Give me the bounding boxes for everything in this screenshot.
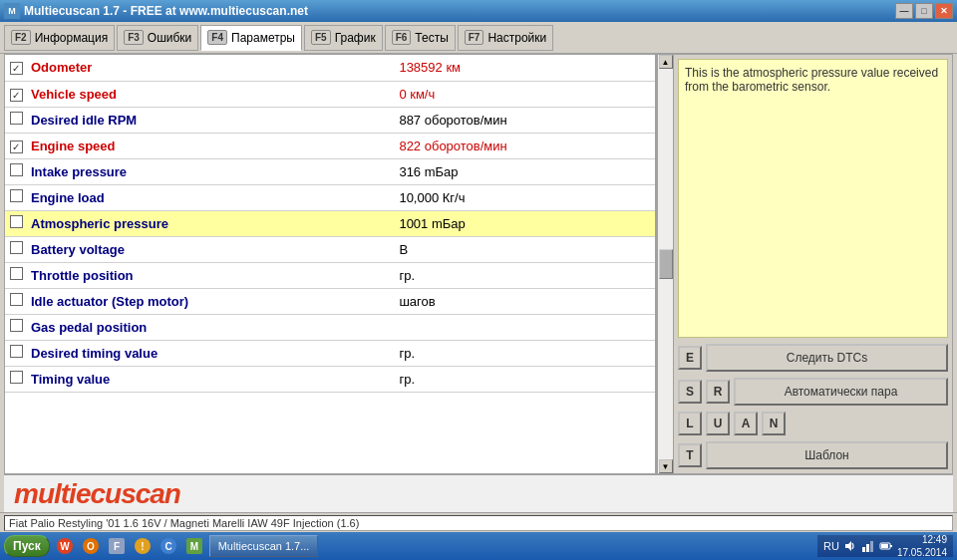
key-r-button[interactable]: R [706, 380, 730, 404]
param-checkbox[interactable] [10, 319, 23, 332]
param-name-cell: Gas pedal position [27, 314, 391, 340]
scroll-up-arrow[interactable]: ▲ [659, 55, 673, 69]
param-value-cell [391, 314, 655, 340]
param-checkbox[interactable] [10, 112, 23, 125]
logo-prefix: multi [14, 478, 76, 509]
logo-area: multiecuscan [4, 474, 953, 512]
battery-icon [879, 539, 893, 553]
tab-график[interactable]: F5График [304, 25, 383, 51]
param-checkbox[interactable] [10, 163, 23, 176]
key-n-button[interactable]: N [762, 412, 786, 435]
taskbar-icon-4[interactable]: ! [132, 535, 154, 557]
key-s-button[interactable]: S [678, 380, 702, 404]
volume-icon[interactable] [843, 539, 857, 553]
start-button[interactable]: Пуск [4, 535, 50, 557]
taskbar-icon-6[interactable]: M [183, 535, 205, 557]
param-name-cell: Intake pressure [27, 158, 391, 184]
table-row[interactable]: Engine load10,000 Кг/ч [5, 184, 655, 210]
fkey-label: F7 [465, 30, 484, 45]
table-row[interactable]: Idle actuator (Step motor)шагов [5, 288, 655, 314]
scrollbar[interactable]: ▲ ▼ [657, 55, 673, 473]
param-name-cell: Desired idle RPM [27, 107, 391, 133]
minimize-button[interactable]: — [895, 3, 913, 19]
param-checkbox[interactable] [10, 215, 23, 228]
key-e-button[interactable]: E [678, 346, 702, 370]
language-indicator: RU [823, 540, 839, 552]
tab-label: Тесты [415, 31, 448, 45]
table-row[interactable]: Atmospheric pressure1001 mБар [5, 210, 655, 236]
param-checkbox[interactable] [10, 140, 23, 153]
table-row[interactable]: Timing valueгр. [5, 366, 655, 392]
menu-bar: F2ИнформацияF3ОшибкиF4ПараметрыF5ГрафикF… [0, 22, 957, 54]
param-checkbox[interactable] [10, 189, 23, 202]
key-u-button[interactable]: U [706, 412, 730, 435]
right-panel: This is the atmospheric pressure value r… [673, 55, 952, 473]
param-name-cell: Desired timing value [27, 340, 391, 366]
key-l-button[interactable]: L [678, 412, 702, 435]
table-row[interactable]: Engine speed822 оборотов/мин [5, 133, 655, 158]
tab-настройки[interactable]: F7Настройки [458, 25, 554, 51]
fkey-label: F3 [124, 30, 144, 45]
param-checkbox[interactable] [10, 62, 23, 75]
taskbar-icon-2[interactable]: O [80, 535, 102, 557]
params-table: Odometer138592 кмVehicle speed0 км/чDesi… [5, 55, 657, 473]
key-t-button[interactable]: T [678, 443, 702, 467]
param-value-cell: гр. [391, 366, 655, 392]
table-row[interactable]: Desired idle RPM887 оборотов/мин [5, 107, 655, 133]
info-box: This is the atmospheric pressure value r… [678, 59, 948, 338]
param-value-cell: 1001 mБар [391, 210, 655, 236]
param-checkbox[interactable] [10, 89, 23, 102]
title-text: Multiecuscan 1.7 - FREE at www.multiecus… [24, 4, 308, 18]
key-a-button[interactable]: A [734, 412, 758, 435]
param-checkbox[interactable] [10, 293, 23, 306]
table-row[interactable]: Throttle positionгр. [5, 262, 655, 288]
tab-label: Информация [35, 31, 108, 45]
svg-rect-14 [870, 541, 873, 552]
param-value-cell: гр. [391, 340, 655, 366]
track-dtcs-button[interactable]: Следить DTCs [706, 344, 948, 372]
table-row[interactable]: Intake pressure316 mБар [5, 158, 655, 184]
table-row[interactable]: Gas pedal position [5, 314, 655, 340]
fkey-label: F5 [311, 30, 331, 45]
app-taskbar-button[interactable]: Multiecuscan 1.7... [209, 535, 319, 557]
param-name-cell: Engine load [27, 184, 391, 210]
date: 17.05.2014 [897, 546, 947, 559]
taskbar-icon-5[interactable]: C [158, 535, 179, 557]
taskbar-icon-1[interactable]: W [54, 535, 76, 557]
param-checkbox[interactable] [10, 241, 23, 254]
close-button[interactable]: ✕ [935, 3, 953, 19]
logo-suffix: cuscan [90, 478, 180, 509]
param-checkbox[interactable] [10, 345, 23, 358]
table-row[interactable]: Odometer138592 км [5, 55, 655, 81]
tab-label: График [335, 31, 376, 45]
table-row[interactable]: Vehicle speed0 км/ч [5, 81, 655, 107]
tab-label: Параметры [231, 31, 295, 45]
scroll-down-arrow[interactable]: ▼ [659, 459, 673, 473]
table-row[interactable]: Battery voltageВ [5, 236, 655, 262]
track-dtcs-row: E Следить DTCs [678, 344, 948, 372]
svg-text:O: O [87, 541, 95, 552]
tab-информация[interactable]: F2Информация [4, 25, 115, 51]
param-checkbox[interactable] [10, 371, 23, 384]
svg-rect-12 [862, 547, 865, 552]
clock: 12:49 17.05.2014 [897, 533, 947, 559]
table-row[interactable]: Desired timing valueгр. [5, 340, 655, 366]
fkey-label: F6 [392, 30, 412, 45]
fkey-label: F2 [11, 30, 31, 45]
svg-text:!: ! [141, 541, 144, 552]
main-content: Odometer138592 кмVehicle speed0 км/чDesi… [4, 54, 953, 474]
template-row: T Шаблон [678, 441, 948, 469]
tab-параметры[interactable]: F4Параметры [200, 25, 302, 51]
svg-text:M: M [190, 541, 198, 552]
auto-params-button[interactable]: Автоматически пара [734, 378, 948, 406]
scrollbar-thumb[interactable] [659, 249, 673, 279]
template-button[interactable]: Шаблон [706, 441, 948, 469]
tab-ошибки[interactable]: F3Ошибки [117, 25, 198, 51]
taskbar-icon-3[interactable]: F [106, 535, 128, 557]
param-name-cell: Vehicle speed [27, 81, 391, 107]
info-text: This is the atmospheric pressure value r… [685, 66, 938, 94]
param-checkbox[interactable] [10, 267, 23, 280]
status-text: Fiat Palio Restyling '01 1.6 16V / Magne… [4, 515, 953, 531]
maximize-button[interactable]: □ [915, 3, 933, 19]
tab-тесты[interactable]: F6Тесты [385, 25, 456, 51]
